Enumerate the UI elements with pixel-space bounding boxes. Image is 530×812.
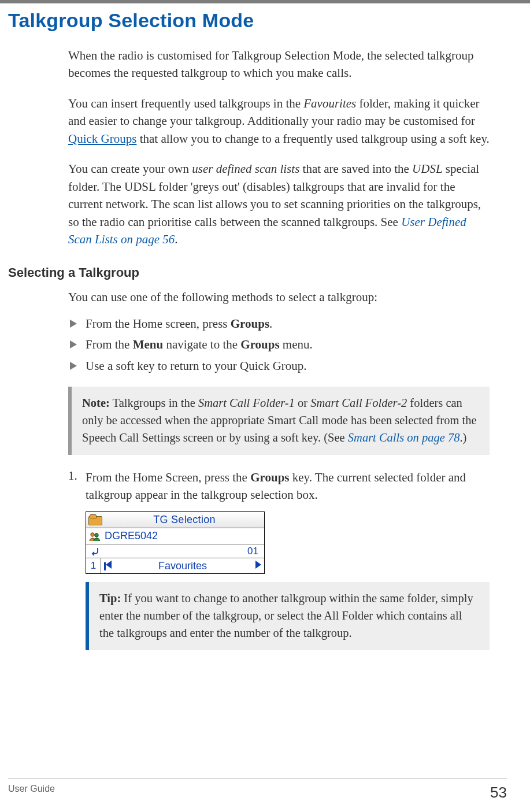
footer-doc-title: User Guide [8, 784, 55, 802]
udsl-em-1: user defined scan lists [192, 162, 299, 176]
talkgroup-count: 01 [247, 546, 258, 557]
text: that allow you to change to a frequently… [136, 132, 489, 146]
udsl-em-2: UDSL [412, 162, 443, 176]
text: . [175, 232, 177, 246]
text: Talkgroups in the [110, 396, 198, 409]
radio-screen-mock: TG Selection DGRE5042 01 1 [86, 511, 265, 574]
text: that are saved into the [299, 162, 412, 176]
intro-paragraph-1: When the radio is customised for Talkgro… [68, 47, 490, 82]
scf1-em: Smart Call Folder-1 [198, 396, 295, 409]
folder-index: 1 [86, 558, 101, 573]
return-arrow-icon [90, 546, 102, 557]
text: . [269, 317, 272, 331]
step-body: From the Home Screen, press the Groups k… [86, 469, 490, 504]
xref-page: on page 56 [118, 232, 175, 246]
quick-groups-link[interactable]: Quick Groups [68, 132, 136, 146]
step-1: 1. From the Home Screen, press the Group… [68, 469, 490, 504]
groups-bold: Groups [250, 470, 289, 484]
tip-label: Tip: [99, 592, 121, 605]
screen-title-row: TG Selection [86, 512, 264, 528]
prev-arrow-icon [101, 561, 114, 571]
text: .) [459, 431, 466, 444]
step-number: 1. [68, 469, 86, 504]
intro-paragraph-3: You can create your own user defined sca… [68, 160, 490, 248]
folder-icon [88, 515, 101, 525]
footer-page-number: 53 [490, 784, 507, 802]
text: You can create your own [68, 162, 192, 176]
smart-calls-xref-link[interactable]: Smart Calls on page 78 [348, 431, 460, 444]
methods-list: From the Home screen, press Groups. From… [68, 314, 490, 376]
note-callout: Note: Talkgroups in the Smart Call Folde… [68, 387, 490, 454]
page-footer: User Guide 53 [8, 778, 507, 802]
screen-title: TG Selection [105, 514, 264, 526]
text: You can insert frequently used talkgroup… [68, 97, 303, 110]
list-item: From the Menu navigate to the Groups men… [68, 335, 490, 354]
list-item: From the Home screen, press Groups. [68, 314, 490, 333]
text: menu. [280, 338, 313, 351]
folder-name: Favourites [114, 560, 251, 572]
text: navigate to the [163, 338, 240, 351]
xref-page: on page 78 [404, 431, 459, 444]
scf2-em: Smart Call Folder-2 [310, 396, 407, 409]
page-title: Talkgroup Selection Mode [8, 9, 507, 32]
next-arrow-icon [251, 561, 264, 571]
text: From the Home screen, press [86, 317, 231, 331]
talkgroup-name: DGRE5042 [103, 530, 158, 542]
xref-title: Smart Calls [348, 431, 404, 444]
group-icon [88, 531, 101, 542]
methods-intro: You can use one of the following methods… [68, 288, 490, 306]
tip-callout: Tip: If you want to change to another ta… [86, 582, 490, 650]
svg-point-0 [91, 533, 94, 536]
intro-paragraph-2: You can insert frequently used talkgroup… [68, 95, 490, 147]
favourites-em: Favourites [303, 97, 356, 110]
groups-bold: Groups [240, 338, 279, 351]
svg-point-1 [95, 533, 98, 537]
text: Use a soft key to return to your Quick G… [86, 359, 307, 373]
groups-bold: Groups [231, 317, 269, 331]
text: From the Home Screen, press the [86, 470, 250, 484]
page-content: Talkgroup Selection Mode When the radio … [0, 3, 530, 812]
text: From the [86, 338, 133, 351]
menu-bold: Menu [133, 338, 164, 351]
section-heading: Selecting a Talkgroup [8, 265, 507, 280]
screen-talkgroup-row: DGRE5042 [86, 528, 264, 544]
screen-nav-row: 1 Favourites [86, 558, 264, 573]
text: or [295, 396, 310, 409]
screen-count-row: 01 [86, 544, 264, 558]
tip-text: If you want to change to another talkgro… [99, 592, 473, 639]
list-item: Use a soft key to return to your Quick G… [68, 357, 490, 376]
note-label: Note: [82, 396, 110, 409]
